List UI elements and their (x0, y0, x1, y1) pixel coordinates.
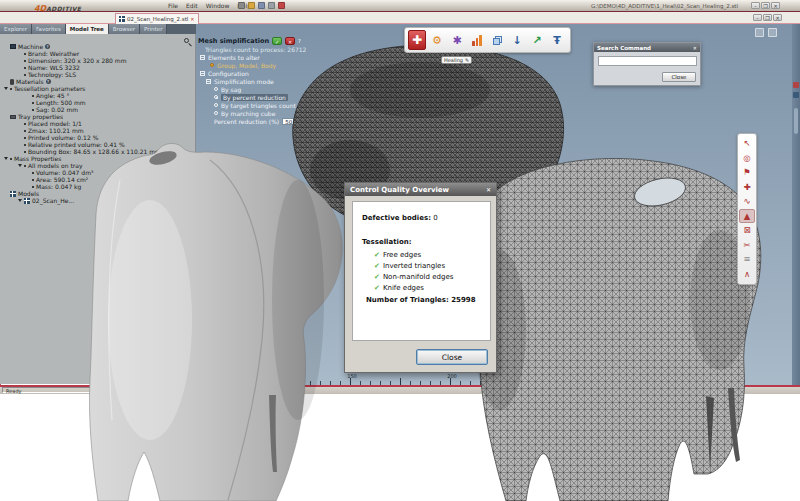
tab-printer[interactable]: Printer (140, 24, 167, 34)
radio-icon[interactable] (214, 87, 218, 91)
view-option-icon[interactable] (768, 28, 777, 37)
select-cursor-icon[interactable]: ↖ (739, 136, 755, 151)
section-box-icon[interactable]: ⊠ (739, 223, 755, 238)
list-options-icon[interactable]: ≡ (739, 252, 755, 267)
tree-item[interactable]: Name: WLS 3232 (2, 64, 192, 71)
mode-by-target-count[interactable]: By target triangles count (198, 101, 363, 109)
close-icon[interactable]: ✕ (486, 186, 491, 193)
scrollbar-thumb[interactable] (794, 108, 798, 134)
smoothing-icon[interactable]: ✱ (448, 30, 466, 50)
edge-button-blue-icon[interactable] (793, 92, 799, 98)
tree-item-all-models[interactable]: All models on tray (2, 162, 192, 169)
view-option-icon[interactable] (755, 28, 764, 37)
tree-item[interactable]: Area: 590.14 cm² (2, 176, 192, 183)
restore-button[interactable]: ❐ (761, 2, 770, 9)
expander-icon[interactable] (4, 157, 8, 160)
bullet-icon (32, 95, 34, 97)
alert-analysis-icon[interactable]: ▲ (739, 209, 755, 224)
expander-icon[interactable] (18, 199, 22, 202)
dialog-titlebar[interactable]: Control Quality Overview ✕ (345, 183, 496, 196)
collapse-icon[interactable] (200, 55, 205, 60)
percent-reduction-input[interactable]: 50 (282, 118, 294, 125)
tree-item-tessellation[interactable]: Tessellation parameters (2, 85, 192, 92)
collapse-icon[interactable] (206, 79, 211, 84)
flag-tag-icon[interactable]: ⚑ (739, 165, 755, 180)
document-tab[interactable]: 02_Scan_Healing_2.stl ✕ (115, 13, 199, 24)
percent-help-icon[interactable]: ? (297, 118, 303, 124)
tree-item[interactable]: Bounding Box: 84.65 x 128.66 x 110.21 mm (2, 148, 192, 155)
expander-icon[interactable] (4, 87, 8, 90)
analysis-chart-icon[interactable] (468, 30, 486, 50)
collapse-chevron-icon[interactable]: ∧ (739, 267, 755, 282)
elements-to-alter-section[interactable]: Elements to alter (198, 53, 363, 61)
tree-item-mass[interactable]: Mass Properties (2, 155, 192, 162)
trim-cut-icon[interactable]: ✂ (739, 238, 755, 253)
search-command-input[interactable] (598, 56, 697, 66)
tree-item-materials[interactable]: Materials? (2, 78, 192, 85)
tree-item[interactable]: Relative printed volume: 0.41 % (2, 141, 192, 148)
record-icon[interactable] (278, 2, 285, 9)
apply-button[interactable]: ✓ (272, 37, 282, 45)
tree-item[interactable]: Zmax: 110.21 mm (2, 127, 192, 134)
tree-item[interactable]: Mass: 0.047 kg (2, 183, 192, 190)
tree-item[interactable]: Brand: Weirather (2, 50, 192, 57)
search-panel-titlebar[interactable]: Search Command ✕ (594, 43, 700, 52)
scope-row[interactable]: Group, Model, Body (198, 61, 363, 69)
print-icon[interactable] (268, 2, 275, 9)
repair-tool-icon[interactable]: ⚙ (428, 30, 446, 50)
export-icon[interactable]: ↗ (528, 30, 546, 50)
edge-button-red-icon[interactable] (793, 82, 799, 88)
radio-icon[interactable] (214, 111, 218, 115)
tree-item-machine[interactable]: Machine? (2, 43, 192, 50)
save-icon[interactable] (258, 2, 265, 9)
expander-icon[interactable] (18, 164, 22, 167)
tree-item[interactable]: Length: 500 mm (2, 99, 192, 106)
tree-item-tray[interactable]: Tray properties (2, 113, 192, 120)
mode-by-sag[interactable]: By sag (198, 85, 363, 93)
menu-window[interactable]: Window (206, 2, 230, 10)
simplification-mode-section[interactable]: Simplification mode (198, 77, 363, 85)
duplicate-icon[interactable] (488, 30, 506, 50)
search-close-button[interactable]: Close (662, 72, 696, 82)
open-folder-icon[interactable] (248, 2, 255, 9)
support-tool-icon[interactable]: Ŧ (548, 30, 566, 50)
radio-selected-icon[interactable] (214, 95, 218, 99)
radio-icon[interactable] (214, 103, 218, 107)
child-restore-button[interactable]: ❐ (763, 14, 772, 21)
target-icon[interactable]: ◎ (739, 151, 755, 166)
tree-item[interactable]: Sag: 0.02 mm (2, 106, 192, 113)
configuration-section[interactable]: Configuration (198, 69, 363, 77)
tab-close-icon[interactable]: ✕ (190, 16, 194, 22)
menu-edit[interactable]: Edit (186, 2, 198, 10)
healing-icon[interactable]: ✚ (408, 30, 426, 50)
bullet-icon (24, 67, 26, 69)
child-close-button[interactable]: ✕ (773, 14, 782, 21)
tree-item[interactable]: Printed volume: 0.12 % (2, 134, 192, 141)
mode-by-percent[interactable]: By percent reduction (198, 93, 363, 101)
minimize-button[interactable]: – (751, 2, 760, 9)
tree-item[interactable]: Dimension: 320 x 320 x 280 mm (2, 57, 192, 64)
collapse-icon[interactable] (200, 71, 205, 76)
menu-file[interactable]: File (168, 2, 178, 10)
cancel-button[interactable]: ✕ (285, 37, 295, 45)
tab-browser[interactable]: Browser (109, 24, 140, 34)
close-icon[interactable]: ✕ (693, 45, 697, 51)
close-button[interactable]: ✕ (771, 2, 780, 9)
tree-item[interactable]: Technology: SLS (2, 71, 192, 78)
import-icon[interactable]: ↓ (508, 30, 526, 50)
tree-item[interactable]: Volume: 0.047 dm³ (2, 169, 192, 176)
new-file-icon[interactable] (238, 2, 245, 9)
dialog-close-button[interactable]: Close (416, 349, 488, 365)
tree-item[interactable]: Placed model: 1/1 (2, 120, 192, 127)
tab-favorites[interactable]: Favorites (32, 24, 66, 34)
tree-item[interactable]: Angle: 45 ° (2, 92, 192, 99)
measure-curve-icon[interactable]: ∿ (739, 194, 755, 209)
child-minimize-button[interactable]: – (753, 14, 762, 21)
tab-model-tree[interactable]: Model Tree (66, 24, 109, 34)
tree-item-scan-model[interactable]: 02_Scan_He... (2, 197, 192, 204)
tree-item-models[interactable]: Models (2, 190, 192, 197)
tab-explorer[interactable]: Explorer (0, 24, 32, 34)
mode-by-marching-cube[interactable]: By marching cube (198, 109, 363, 117)
help-icon[interactable]: ? (298, 38, 301, 44)
add-geometry-icon[interactable]: ✚ (739, 180, 755, 195)
